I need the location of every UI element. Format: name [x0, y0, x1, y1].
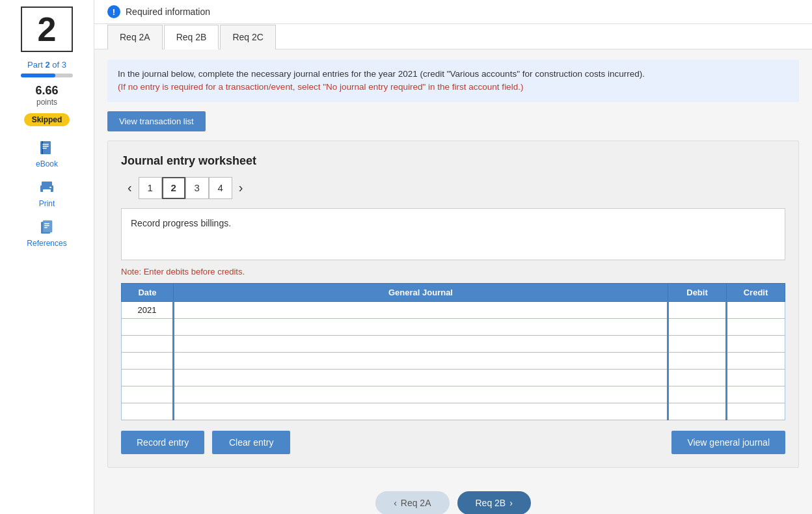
description-text: Record progress billings. — [131, 218, 231, 228]
next-page-arrow[interactable]: › — [232, 178, 250, 198]
note-text: Note: Enter debits before credits. — [121, 267, 785, 277]
svg-rect-2 — [42, 144, 49, 145]
sidebar-tools: eBook Print References — [0, 139, 94, 248]
page-1[interactable]: 1 — [139, 177, 162, 199]
svg-rect-3 — [42, 146, 49, 147]
debit-input-4[interactable] — [669, 353, 725, 369]
worksheet-title: Journal entry worksheet — [121, 154, 785, 168]
journal-input-3[interactable] — [174, 336, 667, 352]
view-general-journal-button[interactable]: View general journal — [671, 431, 785, 454]
credit-input-6[interactable] — [727, 386, 785, 403]
credit-cell-5[interactable] — [727, 369, 785, 386]
next-nav-button[interactable]: Req 2B › — [457, 491, 531, 515]
prev-nav-label: Req 2A — [401, 498, 431, 508]
page-4[interactable]: 4 — [209, 177, 232, 199]
references-icon — [38, 219, 56, 237]
references-tool[interactable]: References — [27, 219, 66, 248]
svg-rect-1 — [42, 141, 43, 154]
journal-cell-6[interactable] — [174, 386, 668, 403]
credit-input-3[interactable] — [727, 336, 785, 352]
credit-cell-6[interactable] — [727, 386, 785, 403]
journal-input-2[interactable] — [174, 319, 667, 335]
journal-input-7[interactable] — [174, 403, 667, 420]
credit-input-4[interactable] — [727, 353, 785, 369]
page-3[interactable]: 3 — [185, 177, 209, 199]
debit-cell-2[interactable] — [668, 318, 727, 335]
table-row — [122, 386, 785, 403]
question-number: 2 — [21, 7, 73, 52]
references-label: References — [27, 239, 66, 248]
debit-input-5[interactable] — [669, 370, 725, 386]
journal-cell-7[interactable] — [174, 403, 668, 420]
date-cell-4 — [122, 352, 174, 369]
journal-input-1[interactable] — [174, 302, 667, 318]
journal-cell-5[interactable] — [174, 369, 668, 386]
date-cell-3 — [122, 335, 174, 352]
worksheet-card: Journal entry worksheet ‹ 1 2 3 4 › Reco… — [107, 141, 799, 468]
credit-cell-2[interactable] — [727, 318, 785, 335]
table-row — [122, 335, 785, 352]
tab-req-2b[interactable]: Req 2B — [164, 25, 219, 49]
journal-cell-1[interactable] — [174, 301, 668, 318]
record-entry-button[interactable]: Record entry — [121, 431, 204, 454]
info-box-main: In the journal below, complete the neces… — [118, 69, 645, 79]
credit-cell-7[interactable] — [727, 403, 785, 420]
clear-entry-button[interactable]: Clear entry — [212, 431, 290, 454]
debit-cell-5[interactable] — [668, 369, 727, 386]
journal-cell-4[interactable] — [174, 352, 668, 369]
tab-req-2a[interactable]: Req 2A — [107, 25, 163, 49]
prev-nav-button[interactable]: ‹ Req 2A — [375, 491, 449, 515]
points-value: 6.66 — [35, 84, 58, 98]
print-tool[interactable]: Print — [38, 179, 56, 208]
debit-cell-1[interactable] — [668, 301, 727, 318]
progress-bar-fill — [21, 74, 55, 77]
journal-input-4[interactable] — [174, 353, 667, 369]
svg-rect-13 — [44, 227, 47, 228]
debit-cell-7[interactable] — [668, 403, 727, 420]
svg-rect-8 — [49, 187, 51, 188]
debit-input-3[interactable] — [669, 336, 725, 352]
points-label: points — [36, 98, 57, 107]
table-row — [122, 352, 785, 369]
debit-input-2[interactable] — [669, 319, 725, 335]
book-icon — [38, 139, 56, 157]
credit-cell-3[interactable] — [727, 335, 785, 352]
table-row — [122, 369, 785, 386]
ebook-label: eBook — [36, 159, 58, 169]
prev-arrow-icon: ‹ — [394, 498, 397, 508]
debit-input-6[interactable] — [669, 386, 725, 403]
next-arrow-icon: › — [509, 498, 513, 508]
page-2[interactable]: 2 — [162, 177, 185, 199]
credit-input-5[interactable] — [727, 370, 785, 386]
journal-input-6[interactable] — [174, 386, 667, 403]
view-transaction-button[interactable]: View transaction list — [107, 111, 206, 131]
table-row — [122, 318, 785, 335]
col-date: Date — [122, 283, 174, 301]
date-cell-7 — [122, 403, 174, 420]
date-cell-6 — [122, 386, 174, 403]
date-cell-1: 2021 — [122, 301, 174, 318]
credit-input-7[interactable] — [727, 403, 785, 420]
prev-page-arrow[interactable]: ‹ — [121, 178, 139, 198]
date-cell-5 — [122, 369, 174, 386]
credit-input-2[interactable] — [727, 319, 785, 335]
debit-cell-4[interactable] — [668, 352, 727, 369]
journal-cell-3[interactable] — [174, 335, 668, 352]
content-area: In the journal below, complete the neces… — [94, 49, 812, 478]
debit-input-7[interactable] — [669, 403, 725, 420]
table-row — [122, 403, 785, 420]
debit-cell-3[interactable] — [668, 335, 727, 352]
svg-rect-11 — [44, 223, 49, 224]
journal-table: Date General Journal Debit Credit 2021 — [121, 283, 785, 420]
journal-cell-2[interactable] — [174, 318, 668, 335]
debit-cell-6[interactable] — [668, 386, 727, 403]
credit-input-1[interactable] — [727, 302, 785, 318]
tabs-bar: Req 2A Req 2B Req 2C — [94, 24, 812, 49]
tab-req-2c[interactable]: Req 2C — [220, 25, 275, 49]
journal-input-5[interactable] — [174, 370, 667, 386]
ebook-tool[interactable]: eBook — [36, 139, 58, 169]
credit-cell-1[interactable] — [727, 301, 785, 318]
credit-cell-4[interactable] — [727, 352, 785, 369]
svg-rect-4 — [42, 148, 47, 149]
debit-input-1[interactable] — [669, 302, 725, 318]
